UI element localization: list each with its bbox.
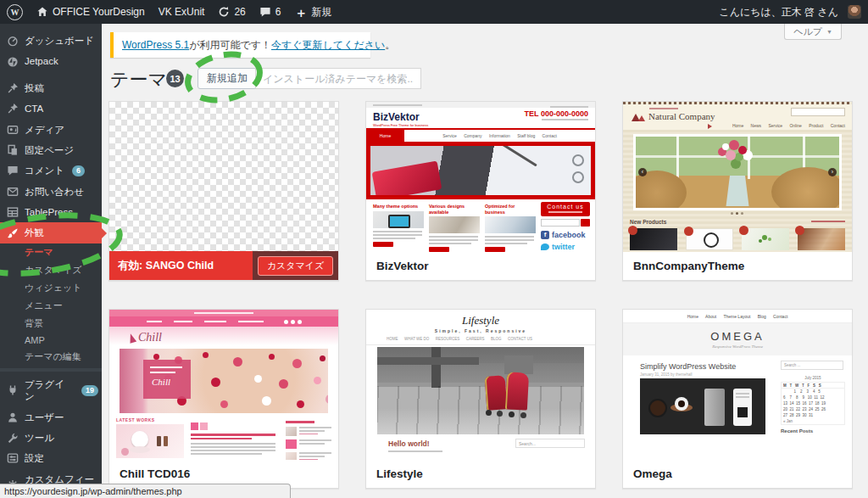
sidebar-item-tools[interactable]: ツール <box>0 428 102 448</box>
update-icon <box>218 6 230 18</box>
bz-nav-rest: Service Company Information Staff blog C… <box>404 130 595 142</box>
ch-navbar <box>109 316 338 327</box>
comment-icon <box>7 165 19 176</box>
table-icon <box>7 206 19 218</box>
om-nav: Home About Theme Layout Blog Contact <box>623 310 852 323</box>
bz-col3: Optimized for business <box>485 204 536 252</box>
sidebar-item-settings[interactable]: 設定 <box>0 448 102 468</box>
lifestyle-screenshot: Lifestyle Simple, Fast, Responsive HOME … <box>366 310 595 460</box>
brush-icon <box>7 227 19 239</box>
bnn-thumb-1 <box>630 228 677 250</box>
theme-search-input[interactable] <box>255 68 421 89</box>
help-tab[interactable]: ヘルプ ▼ <box>784 24 842 40</box>
theme-count-badge: 13 <box>166 70 184 87</box>
bnn-slider-dots <box>731 212 744 215</box>
comments-menu[interactable]: 6 <box>253 0 288 24</box>
sidebar-item-jetpack[interactable]: Jetpack <box>0 51 102 71</box>
om-tagline: Responsive WordPress Theme <box>623 344 852 349</box>
theme-card-bizvektor[interactable]: BizVektor WordPress Free Theme for busin… <box>365 101 596 281</box>
user-icon <box>7 411 19 423</box>
sidebar-subitem-widgets[interactable]: ウィジェット <box>0 279 102 297</box>
om-calendar: 1 2 3 4 5 6 7 8 9 10 11 12 13 14 15 16 1… <box>781 388 845 425</box>
sidebar-subitem-background[interactable]: 背景 <box>0 315 102 333</box>
theme-card-bnncompany[interactable]: Natural Company Home News Service Online… <box>622 101 853 281</box>
om-prev-link: « Jan <box>782 418 844 424</box>
bnn-tree-icon2 <box>638 112 645 121</box>
sidebar-subitem-themes[interactable]: テーマ <box>0 243 102 261</box>
bz-hero-laptop <box>372 160 442 195</box>
ch-topbar <box>109 310 338 316</box>
sidebar-item-dashboard[interactable]: ダッシュボード <box>0 31 102 51</box>
sidebar-subitem-editor[interactable]: テーマの編集 <box>0 348 102 366</box>
ch-sidebar <box>286 421 333 460</box>
bnn-nav: Home News Service Online Product Contact <box>715 123 845 128</box>
admin-bar: W OFFICE YourDesign VK ExUnit 26 6 ＋ 新規 … <box>0 0 868 24</box>
theme-card-omega[interactable]: Home About Theme Layout Blog Contact OME… <box>622 309 853 489</box>
lf-logo: Lifestyle <box>366 314 595 327</box>
sidebar-subitem-menus[interactable]: メニュー <box>0 297 102 315</box>
bnn-searchbox <box>791 108 845 116</box>
lf-hero <box>377 347 584 434</box>
help-label: ヘルプ <box>793 25 822 38</box>
om-recent-posts: Recent Posts <box>781 428 813 434</box>
sidebar-item-pages[interactable]: 固定ページ <box>0 140 102 160</box>
sidebar-item-users[interactable]: ユーザー <box>0 407 102 428</box>
sidebar-item-tablepress[interactable]: TablePress <box>0 202 102 222</box>
bz-nav-home: Home <box>366 130 404 142</box>
comment-count: 6 <box>275 6 281 18</box>
sidebar-item-media[interactable]: メディア <box>0 120 102 140</box>
sidebar-subitem-customize[interactable]: カスタマイズ <box>0 261 102 279</box>
sidebar-item-appearance[interactable]: 外観 <box>0 222 102 243</box>
lf-skate-1 <box>485 375 508 411</box>
chevron-down-icon: ▼ <box>826 29 832 35</box>
ch-article <box>191 422 279 455</box>
sidebar-item-comments[interactable]: コメント 6 <box>0 160 102 181</box>
ch-overlay-logo: Chill <box>152 377 170 387</box>
bz-nav: Home Service Company Information Staff b… <box>366 130 595 143</box>
updates-menu[interactable]: 26 <box>211 0 252 24</box>
om-logo: OMEGA <box>623 323 852 343</box>
comments-badge: 6 <box>72 165 85 176</box>
sidebar-subitem-amp[interactable]: AMP <box>0 333 102 348</box>
status-url: https://yourdesign.jp/wp-admin/themes.ph… <box>4 486 182 496</box>
active-theme-label: 有効: SANGO Child <box>109 259 253 273</box>
sidebar-item-plugins[interactable]: プラグイン 19 <box>0 374 102 407</box>
wrench-icon <box>7 432 19 444</box>
pin-icon <box>7 103 19 115</box>
bnn-logo: Natural Company <box>648 111 715 121</box>
sidebar-item-contact[interactable]: お問い合わせ <box>0 182 102 202</box>
om-post-meta: January 31, 2015 by themehall <box>640 372 693 377</box>
vk-exunit-menu[interactable]: VK ExUnit <box>152 0 212 24</box>
theme-name: BizVektor <box>366 252 595 280</box>
ch-logo-mark <box>126 329 136 344</box>
site-name-menu[interactable]: OFFICE YourDesign <box>30 0 152 24</box>
avatar <box>848 5 861 19</box>
update-now-link[interactable]: 今すぐ更新してください <box>271 38 385 53</box>
bizvektor-screenshot: BizVektor WordPress Free Theme for busin… <box>366 102 595 252</box>
pin-icon <box>7 82 19 94</box>
greeting-text: こんにちは、正木 啓 さん <box>719 5 838 20</box>
my-account-menu[interactable]: こんにちは、正木 啓 さん <box>712 0 868 24</box>
bnn-arrow-right: › <box>828 168 837 176</box>
theme-card-chill[interactable]: Chill Chill LATEST WORKS <box>108 309 339 489</box>
theme-card-sango-child[interactable]: 有効: SANGO Child カスタマイズ <box>108 101 339 281</box>
menu-separator <box>0 368 102 372</box>
new-content-menu[interactable]: ＋ 新規 <box>287 0 338 24</box>
bnn-thumb-3 <box>742 228 789 250</box>
plugins-badge: 19 <box>81 385 98 396</box>
bz-tel: TEL 000-000-0000 <box>525 109 588 118</box>
sidebar-item-posts[interactable]: 投稿 <box>0 78 102 98</box>
add-new-theme-button[interactable]: 新規追加 <box>198 68 257 89</box>
wordpress-logo-menu[interactable]: W <box>0 0 30 24</box>
theme-card-lifestyle[interactable]: Lifestyle Simple, Fast, Responsive HOME … <box>365 309 596 489</box>
wordpress-version-link[interactable]: WordPress 5.1 <box>122 39 189 51</box>
lf-nav: HOME WHAT WE DO RESOURCES CAREERS BLOG C… <box>387 337 532 341</box>
lf-post-title: Hello world! <box>388 439 430 448</box>
bz-hero <box>366 142 595 199</box>
bnn-nav-arrow <box>708 124 715 129</box>
bz-contact: Contact us <box>541 202 590 210</box>
new-label: 新規 <box>311 5 331 20</box>
ch-logoband: Chill <box>109 327 338 349</box>
customize-button[interactable]: カスタマイズ <box>258 256 334 276</box>
sidebar-item-cta[interactable]: CTA <box>0 98 102 119</box>
